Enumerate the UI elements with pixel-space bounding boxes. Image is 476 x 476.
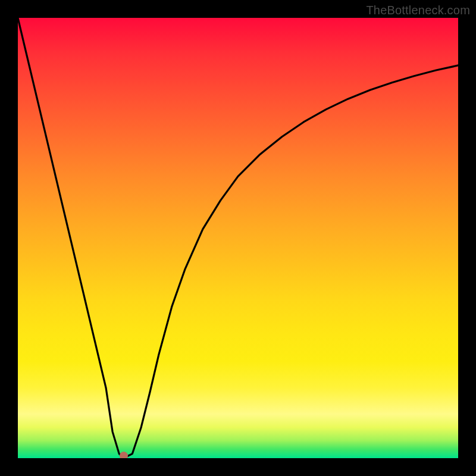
chart-frame: TheBottleneck.com (0, 0, 476, 476)
plot-area (18, 18, 458, 458)
optimal-point-marker (120, 452, 128, 458)
bottleneck-curve (18, 18, 458, 458)
curve-layer (18, 18, 458, 458)
watermark-text: TheBottleneck.com (366, 4, 470, 17)
